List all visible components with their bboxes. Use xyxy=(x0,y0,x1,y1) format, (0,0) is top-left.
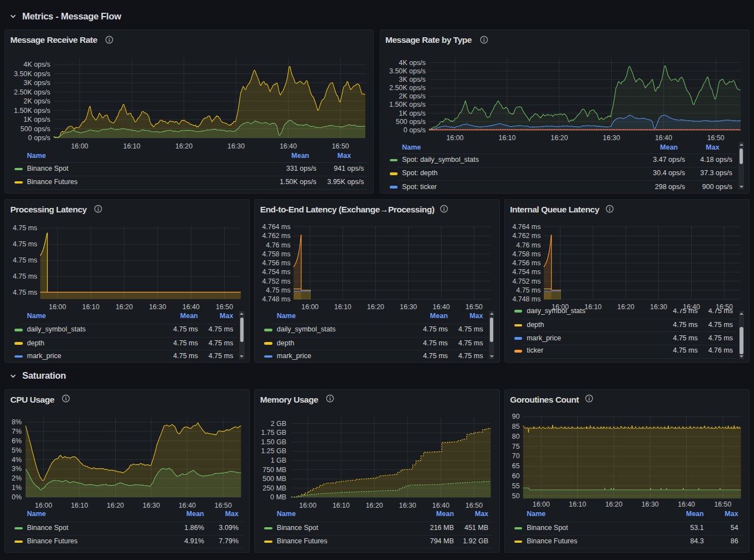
svg-text:1K ops/s: 1K ops/s xyxy=(399,109,425,117)
svg-text:4.748 ms: 4.748 ms xyxy=(512,295,540,303)
svg-text:16:10: 16:10 xyxy=(123,142,140,150)
svg-text:16:50: 16:50 xyxy=(332,142,349,150)
svg-text:1.50K ops/s: 1.50K ops/s xyxy=(389,101,425,108)
svg-text:1.25 GB: 1.25 GB xyxy=(261,447,286,455)
svg-text:16:30: 16:30 xyxy=(641,500,658,508)
svg-text:16:20: 16:20 xyxy=(366,502,383,509)
svg-text:1 GB: 1 GB xyxy=(271,457,286,464)
svg-text:16:40: 16:40 xyxy=(178,502,196,509)
svg-text:16:00: 16:00 xyxy=(301,303,319,310)
svg-text:16:10: 16:10 xyxy=(82,303,100,310)
svg-text:16:30: 16:30 xyxy=(399,502,416,509)
svg-text:4.758 ms: 4.758 ms xyxy=(512,250,540,257)
svg-text:70: 70 xyxy=(512,452,519,460)
svg-text:0 MB: 0 MB xyxy=(270,493,286,501)
svg-text:16:00: 16:00 xyxy=(49,303,66,310)
svg-text:3.50K ops/s: 3.50K ops/s xyxy=(389,67,425,75)
svg-text:0%: 0% xyxy=(12,493,22,501)
svg-text:4.75 ms: 4.75 ms xyxy=(516,286,540,294)
svg-text:16:00: 16:00 xyxy=(446,134,463,142)
svg-text:1.50 GB: 1.50 GB xyxy=(261,438,286,445)
svg-text:8%: 8% xyxy=(12,418,22,426)
svg-text:16:00: 16:00 xyxy=(71,142,88,150)
svg-text:16:00: 16:00 xyxy=(532,500,549,508)
svg-text:16:50: 16:50 xyxy=(707,134,724,142)
svg-text:3K ops/s: 3K ops/s xyxy=(399,75,425,83)
svg-text:4K ops/s: 4K ops/s xyxy=(23,61,50,68)
svg-text:250 MB: 250 MB xyxy=(263,484,287,492)
svg-text:4.75 ms: 4.75 ms xyxy=(266,286,291,294)
svg-text:16:30: 16:30 xyxy=(400,303,417,310)
svg-text:50: 50 xyxy=(512,492,519,499)
svg-text:16:30: 16:30 xyxy=(227,142,245,150)
svg-text:4.764 ms: 4.764 ms xyxy=(512,222,540,230)
svg-text:16:10: 16:10 xyxy=(71,502,88,509)
svg-text:500 ops/s: 500 ops/s xyxy=(21,125,51,132)
svg-text:85: 85 xyxy=(512,423,519,430)
svg-text:16:50: 16:50 xyxy=(714,500,731,508)
svg-text:16:10: 16:10 xyxy=(498,134,515,142)
svg-text:4.748 ms: 4.748 ms xyxy=(262,295,291,303)
svg-text:16:40: 16:40 xyxy=(433,303,450,310)
svg-text:16:00: 16:00 xyxy=(299,502,316,509)
svg-text:16:10: 16:10 xyxy=(334,303,351,310)
svg-text:4.75 ms: 4.75 ms xyxy=(13,272,37,280)
svg-text:16:30: 16:30 xyxy=(149,303,166,310)
svg-text:1%: 1% xyxy=(12,484,22,492)
svg-text:7%: 7% xyxy=(12,427,22,435)
svg-text:4.75 ms: 4.75 ms xyxy=(13,224,37,232)
svg-text:2 GB: 2 GB xyxy=(271,419,286,427)
svg-text:2K ops/s: 2K ops/s xyxy=(23,97,50,105)
svg-text:3K ops/s: 3K ops/s xyxy=(23,79,50,87)
svg-text:4.76 ms: 4.76 ms xyxy=(266,241,291,249)
svg-text:16:30: 16:30 xyxy=(143,502,160,509)
svg-text:500 MB: 500 MB xyxy=(263,475,287,483)
svg-text:16:20: 16:20 xyxy=(116,303,133,310)
svg-text:3.50K ops/s: 3.50K ops/s xyxy=(14,70,50,77)
svg-text:5%: 5% xyxy=(12,446,22,454)
svg-text:65: 65 xyxy=(512,462,519,470)
svg-text:16:20: 16:20 xyxy=(175,142,192,150)
svg-text:4.754 ms: 4.754 ms xyxy=(512,268,540,276)
svg-text:0 ops/s: 0 ops/s xyxy=(403,126,425,134)
svg-text:16:30: 16:30 xyxy=(603,134,620,142)
svg-text:4.75 ms: 4.75 ms xyxy=(13,256,37,264)
svg-text:4.752 ms: 4.752 ms xyxy=(262,277,291,285)
svg-text:6%: 6% xyxy=(12,437,22,444)
svg-text:2%: 2% xyxy=(12,474,22,482)
svg-text:1.75 GB: 1.75 GB xyxy=(261,429,286,437)
svg-text:4.76 ms: 4.76 ms xyxy=(516,241,540,249)
svg-text:55: 55 xyxy=(512,482,519,489)
svg-text:16:50: 16:50 xyxy=(465,502,483,509)
svg-text:16:10: 16:10 xyxy=(569,500,586,508)
svg-text:16:40: 16:40 xyxy=(280,142,297,150)
svg-text:4.762 ms: 4.762 ms xyxy=(262,232,291,240)
svg-text:16:50: 16:50 xyxy=(465,303,483,310)
svg-text:16:40: 16:40 xyxy=(182,303,200,310)
svg-text:4.75 ms: 4.75 ms xyxy=(13,289,37,296)
svg-text:16:20: 16:20 xyxy=(550,134,568,142)
svg-text:16:20: 16:20 xyxy=(367,303,384,310)
svg-text:60: 60 xyxy=(512,472,519,480)
svg-text:1.50K ops/s: 1.50K ops/s xyxy=(14,106,50,114)
svg-text:4K ops/s: 4K ops/s xyxy=(399,58,425,66)
svg-text:16:50: 16:50 xyxy=(216,303,233,310)
svg-text:750 MB: 750 MB xyxy=(263,465,287,473)
svg-text:90: 90 xyxy=(512,413,519,420)
svg-text:2K ops/s: 2K ops/s xyxy=(399,92,425,100)
svg-text:16:20: 16:20 xyxy=(107,502,124,509)
svg-text:4.752 ms: 4.752 ms xyxy=(512,277,540,285)
svg-text:16:40: 16:40 xyxy=(678,500,695,508)
svg-text:1K ops/s: 1K ops/s xyxy=(23,116,50,123)
svg-text:16:20: 16:20 xyxy=(605,500,622,508)
svg-text:16:10: 16:10 xyxy=(333,502,350,509)
svg-text:4.756 ms: 4.756 ms xyxy=(512,259,540,267)
svg-text:0 ops/s: 0 ops/s xyxy=(28,134,51,142)
svg-text:2.50K ops/s: 2.50K ops/s xyxy=(389,84,425,92)
svg-text:80: 80 xyxy=(512,432,519,440)
svg-text:16:40: 16:40 xyxy=(433,502,450,509)
svg-text:500 ops/s: 500 ops/s xyxy=(395,117,425,125)
svg-text:16:40: 16:40 xyxy=(654,134,672,142)
svg-text:75: 75 xyxy=(512,442,519,450)
svg-text:4%: 4% xyxy=(12,455,22,463)
